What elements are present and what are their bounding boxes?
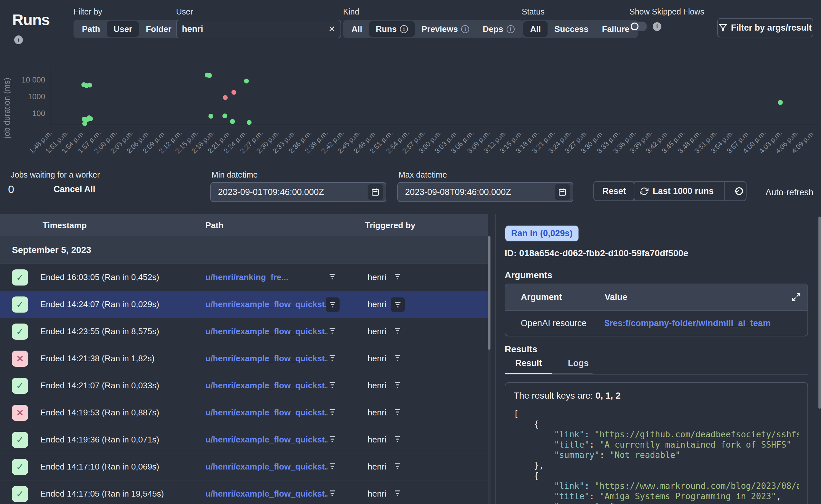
panel-scrollbar-thumb[interactable] <box>818 217 821 409</box>
filter-by-user-icon[interactable] <box>395 274 400 279</box>
table-row[interactable]: ✓ Ended 14:24:07 (Ran in 0,029s) u/henri… <box>0 291 488 318</box>
kind-all[interactable]: All <box>345 21 369 37</box>
filter-args-button[interactable]: Filter by args/result <box>717 18 813 37</box>
run-triggered-by: henri <box>367 489 386 499</box>
filter-by-user-icon[interactable] <box>395 355 400 361</box>
runs-info-icon[interactable]: i <box>14 35 23 44</box>
y-tick-label: 100 <box>32 109 45 118</box>
table-row[interactable]: ✓ Ended 14:19:36 (Ran in 0,071s) u/henri… <box>0 426 488 453</box>
status-icon: ✓ <box>12 324 28 340</box>
run-path-link[interactable]: u/henri/example_flow_quickst... <box>205 462 328 472</box>
filter-by-folder[interactable]: Folder <box>139 21 178 37</box>
run-triggered-by: henri <box>367 299 386 309</box>
run-point-success[interactable] <box>778 100 783 105</box>
filter-by-path-icon[interactable] <box>329 328 335 334</box>
run-path-link[interactable]: u/henri/example_flow_quickst... <box>205 489 328 499</box>
run-timestamp: Ended 14:24:07 (Ran in 0,029s) <box>40 299 159 309</box>
clear-user-icon[interactable]: ✕ <box>328 24 335 34</box>
filter-by-path-icon[interactable] <box>329 355 335 361</box>
filter-by-user-icon[interactable] <box>395 490 400 496</box>
result-viewer[interactable]: The result keys are: 0, 1, 2 [ { "link":… <box>505 382 808 504</box>
runs-page: Runs i Filter by Path User Folder User ✕… <box>0 0 821 504</box>
user-input[interactable] <box>182 24 328 34</box>
min-calendar-button[interactable] <box>367 184 383 200</box>
table-row[interactable]: ✓ Ended 14:23:55 (Ran in 8,575s) u/henri… <box>0 318 488 345</box>
filter-by-user-icon[interactable] <box>395 463 400 469</box>
table-body: ✓ Ended 16:03:05 (Ran in 0,452s) u/henri… <box>0 264 488 504</box>
run-point-failure[interactable] <box>223 95 228 100</box>
filter-by-user-icon[interactable] <box>395 328 400 334</box>
filter-by-segmented: Path User Folder <box>73 20 180 38</box>
kind-runs[interactable]: Runsi <box>369 21 415 37</box>
run-path-link[interactable]: u/henri/example_flow_quickst... <box>205 408 328 418</box>
col-value: Value <box>605 292 628 302</box>
kind-deps-info-icon[interactable]: i <box>507 25 515 33</box>
kind-previews[interactable]: Previewsi <box>415 21 476 37</box>
reset-button[interactable]: Reset <box>593 181 635 201</box>
kind-previews-info-icon[interactable]: i <box>461 25 469 33</box>
filter-by-path-icon[interactable] <box>326 297 339 312</box>
filter-by-user[interactable]: User <box>107 21 139 37</box>
filter-by-user-icon[interactable] <box>391 297 405 312</box>
min-datetime-input[interactable]: 2023-09-01T09:46:00.000Z <box>210 182 386 202</box>
col-timestamp: Timestamp <box>43 220 87 230</box>
show-skipped-info-icon[interactable]: i <box>653 22 661 31</box>
show-skipped-toggle[interactable] <box>630 22 647 31</box>
status-icon: ✓ <box>12 432 28 448</box>
filter-by-path-icon[interactable] <box>329 436 335 442</box>
run-path-link[interactable]: u/henri/example_flow_quickst... <box>205 354 328 363</box>
filter-by-path-icon[interactable] <box>329 490 335 496</box>
run-path-link[interactable]: u/henri/example_flow_quickst... <box>205 435 328 445</box>
run-path-link[interactable]: u/henri/example_flow_quickst... <box>205 299 328 309</box>
table-row[interactable]: ✓ Ended 16:03:05 (Ran in 0,452s) u/henri… <box>0 264 488 291</box>
run-point-success[interactable] <box>230 119 235 124</box>
tab-result[interactable]: Result <box>515 358 542 368</box>
run-path-link[interactable]: u/henri/ranking_fre... <box>205 272 288 282</box>
argument-value-link[interactable]: $res:f/company-folder/windmill_ai_team <box>605 318 771 328</box>
filter-by-path-icon[interactable] <box>329 463 335 469</box>
table-row[interactable]: ✕ Ended 14:19:53 (Ran in 0,887s) u/henri… <box>0 399 488 426</box>
last-runs-button[interactable]: Last 1000 runs <box>633 182 720 200</box>
run-timestamp: Ended 14:17:10 (Ran in 0,069s) <box>40 462 159 472</box>
table-row[interactable]: ✓ Ended 14:21:07 (Ran in 0,033s) u/henri… <box>0 372 488 399</box>
run-point-success[interactable] <box>87 83 92 88</box>
kind-deps[interactable]: Depsi <box>476 21 522 37</box>
table-row[interactable]: ✕ Ended 14:21:38 (Ran in 1,82s) u/henri/… <box>0 345 488 372</box>
queue-count: 0 <box>8 183 14 196</box>
status-all[interactable]: All <box>523 21 548 37</box>
run-point-success[interactable] <box>208 114 213 119</box>
argument-row: OpenAI resource $res:f/company-folder/wi… <box>505 311 807 336</box>
run-timestamp: Ended 14:19:53 (Ran in 0,887s) <box>40 408 159 418</box>
arguments-card: Argument Value OpenAI resource $res:f/co… <box>505 284 808 336</box>
cancel-all-button[interactable]: Cancel All <box>54 184 95 194</box>
table-row[interactable]: ✓ Ended 14:17:10 (Ran in 0,069s) u/henri… <box>0 453 488 480</box>
run-path-link[interactable]: u/henri/example_flow_quickst... <box>205 381 328 391</box>
filter-by-user-icon[interactable] <box>395 382 400 388</box>
table-row[interactable]: ✓ Ended 14:17:05 (Ran in 19,545s) u/henr… <box>0 480 488 504</box>
filter-by-path-icon[interactable] <box>329 382 335 388</box>
kind-runs-info-icon[interactable]: i <box>400 25 408 33</box>
max-datetime-group: Max datetime 2023-09-08T09:46:00.000Z <box>397 170 573 202</box>
run-point-success[interactable] <box>82 121 87 126</box>
filter-by-user-icon[interactable] <box>395 409 400 415</box>
filter-by-user-icon[interactable] <box>395 436 400 442</box>
run-point-success[interactable] <box>247 120 251 125</box>
expand-arguments-button[interactable] <box>791 292 801 304</box>
run-point-success[interactable] <box>88 116 93 121</box>
run-point-success[interactable] <box>207 73 212 78</box>
filter-by-path[interactable]: Path <box>75 21 107 37</box>
run-path-link[interactable]: u/henri/example_flow_quickst... <box>205 326 328 336</box>
run-point-failure[interactable] <box>231 90 236 95</box>
run-point-success[interactable] <box>244 79 249 83</box>
filter-by-path-icon[interactable] <box>329 409 335 415</box>
status-success[interactable]: Success <box>548 21 595 37</box>
tab-logs[interactable]: Logs <box>568 358 589 368</box>
y-tick-label: 1000 <box>28 92 45 101</box>
status-icon: ✕ <box>12 405 28 421</box>
filter-by-path-icon[interactable] <box>329 274 335 279</box>
max-datetime-input[interactable]: 2023-09-08T09:46:00.000Z <box>397 182 573 202</box>
max-calendar-button[interactable] <box>555 184 570 200</box>
table-scrollbar-thumb[interactable] <box>488 236 491 350</box>
run-point-success[interactable] <box>222 113 227 118</box>
results-title: Results <box>505 344 537 354</box>
